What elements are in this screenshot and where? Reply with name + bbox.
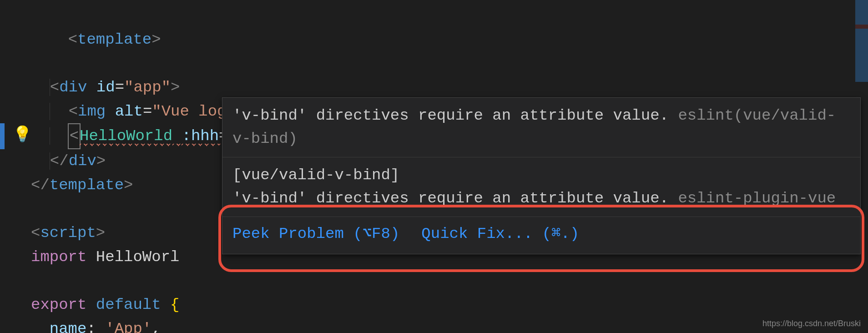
tag-div: div	[59, 79, 87, 96]
tag-template-close: template	[50, 177, 124, 194]
code-line[interactable]: <div id="app">	[0, 76, 868, 100]
hover-actions: Peek Problem (⌥F8) Quick Fix... (⌘.)	[222, 217, 860, 254]
peek-problem-link[interactable]: Peek Problem (⌥F8)	[232, 222, 399, 246]
tag-helloworld: HelloWorld	[80, 127, 172, 146]
keyword-export: export	[31, 296, 86, 313]
code-line[interactable]: export default {	[0, 293, 868, 317]
attr-id: id	[96, 79, 115, 96]
hover-msg1-text: 'v-bind' directives require an attribute…	[232, 107, 669, 124]
attr-id-value: "app"	[124, 79, 171, 96]
attr-alt: alt	[115, 103, 143, 120]
property-value-app: 'App'	[105, 320, 151, 333]
tag-template: template	[77, 31, 151, 48]
angle-close: >	[151, 31, 161, 48]
hover-msg2-text: 'v-bind' directives require an attribute…	[232, 190, 669, 207]
quick-fix-link[interactable]: Quick Fix... (⌘.)	[421, 222, 579, 246]
code-line[interactable]: <template>	[0, 4, 868, 76]
watermark-text: https://blog.csdn.net/Bruski	[762, 319, 861, 328]
hover-tooltip: 'v-bind' directives require an attribute…	[222, 97, 861, 254]
selection-box-left: <	[68, 123, 81, 149]
hover-rule-header: [vue/valid-v-bind]	[232, 164, 850, 187]
tag-script: script	[40, 224, 96, 242]
tag-div-close: div	[69, 152, 96, 170]
lightbulb-icon[interactable]: 💡	[13, 123, 32, 147]
angle-open: <	[68, 31, 77, 48]
property-name: name	[50, 320, 87, 333]
hover-message-2: [vue/valid-v-bind] 'v-bind' directives r…	[222, 157, 860, 217]
import-identifier: HelloWorl	[96, 248, 180, 266]
tag-img: img	[78, 103, 106, 120]
keyword-default: default	[96, 296, 161, 313]
code-line[interactable]: name: 'App',	[0, 317, 868, 333]
keyword-import: import	[31, 248, 86, 266]
hover-msg2-source: eslint-plugin-vue	[678, 190, 836, 207]
hover-message-1: 'v-bind' directives require an attribute…	[222, 98, 860, 157]
minimap[interactable]	[855, 0, 868, 82]
modified-gutter-bar	[0, 123, 5, 149]
attr-bind-hhh: :hhh	[182, 127, 219, 146]
code-line-blank[interactable]	[0, 269, 868, 293]
